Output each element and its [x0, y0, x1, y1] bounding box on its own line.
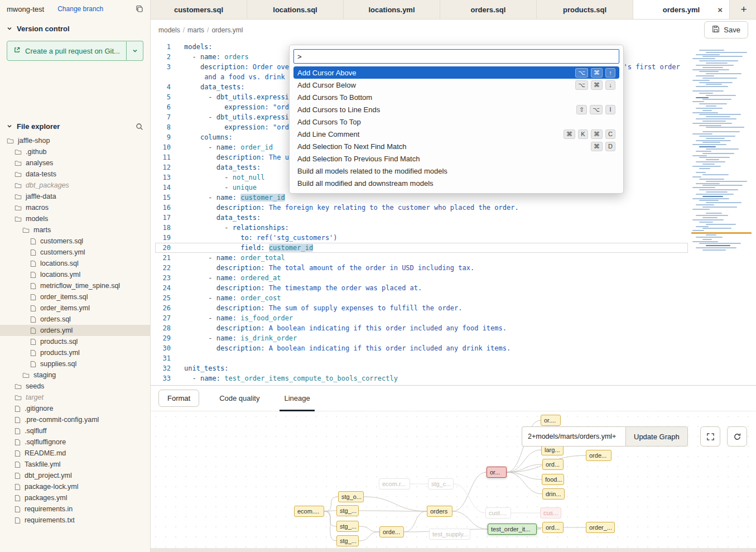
tree-item-packages-yml[interactable]: packages.yml: [0, 492, 150, 503]
palette-item-add-selection-to-next-find-match[interactable]: Add Selection To Next Find Match⌘D: [293, 140, 619, 152]
tree-item-locations-yml[interactable]: locations.yml: [0, 269, 150, 280]
lineage-canvas[interactable]: or....orde...larg...ord...food...drin...…: [151, 411, 756, 552]
tab-orders-yml[interactable]: orders.yml×: [633, 0, 730, 19]
version-control-header[interactable]: Version control: [0, 18, 150, 37]
lineage-node-orde[interactable]: orde...: [379, 526, 404, 537]
tree-item-orders-sql[interactable]: orders.sql: [0, 314, 150, 325]
tree-item-readme-md[interactable]: README.md: [0, 448, 150, 459]
tree-item-analyses[interactable]: analyses: [0, 157, 150, 169]
tree-item-locations-sql[interactable]: locations.sql: [0, 258, 150, 269]
file-explorer-header[interactable]: File explorer: [0, 116, 150, 135]
palette-item-add-cursors-to-top[interactable]: Add Cursors To Top: [293, 116, 619, 128]
tree-item-sqlfluff[interactable]: .sqlfluff: [0, 425, 150, 436]
palette-item-build-all-models-related-to-the-modified-models[interactable]: Build all models related to the modified…: [293, 165, 619, 177]
tree-item-orders-yml[interactable]: orders.yml: [0, 325, 150, 336]
lineage-node-test-supply[interactable]: test_supply...: [429, 529, 470, 540]
palette-item-label: Add Cursors To Top: [297, 118, 361, 126]
tree-item-requirements-txt[interactable]: requirements.txt: [0, 515, 150, 526]
tab-orders-sql[interactable]: orders.sql: [440, 0, 537, 19]
save-button[interactable]: Save: [704, 21, 748, 39]
palette-item-add-cursor-above[interactable]: Add Cursor Above⌥⌘↑: [293, 66, 619, 79]
tree-item-seeds[interactable]: seeds: [0, 381, 150, 392]
fullscreen-button[interactable]: [700, 426, 720, 447]
tree-item-products-sql[interactable]: products.sql: [0, 336, 150, 347]
tree-item-customers-sql[interactable]: customers.sql: [0, 236, 150, 247]
lineage-node-ord[interactable]: ord...: [542, 522, 564, 533]
tree-item-products-yml[interactable]: products.yml: [0, 347, 150, 358]
tree-item-jaffle-shop[interactable]: jaffle-shop: [0, 135, 150, 146]
lineage-node-cust[interactable]: cust....: [485, 507, 511, 519]
tree-item-dbt-project-yml[interactable]: dbt_project.yml: [0, 470, 150, 481]
tree-item-target[interactable]: target: [0, 392, 150, 403]
tree-item-supplies-sql[interactable]: supplies.sql: [0, 358, 150, 369]
create-pr-button[interactable]: Create a pull request on Git...: [7, 41, 127, 61]
change-branch-link[interactable]: Change branch: [57, 5, 103, 13]
tree-item-customers-yml[interactable]: customers.yml: [0, 247, 150, 258]
tree-item-pre-commit-config-yaml[interactable]: .pre-commit-config.yaml: [0, 414, 150, 425]
tree-item-staging[interactable]: staging: [0, 369, 150, 381]
new-tab-button[interactable]: +: [731, 0, 756, 19]
lineage-node-food[interactable]: food...: [542, 474, 564, 485]
tab-code-quality[interactable]: Code quality: [219, 386, 259, 411]
tree-item-requirements-in[interactable]: requirements.in: [0, 503, 150, 515]
command-palette-input[interactable]: [293, 49, 619, 64]
breadcrumb-item[interactable]: models: [158, 26, 180, 34]
tree-item-package-lock-yml[interactable]: package-lock.yml: [0, 481, 150, 492]
lineage-node-orders[interactable]: orders: [427, 506, 452, 517]
format-button[interactable]: Format: [158, 390, 199, 407]
palette-item-add-line-comment[interactable]: Add Line Comment⌘K⌘C: [293, 128, 619, 140]
close-icon[interactable]: ×: [718, 6, 723, 14]
lineage-node-or[interactable]: or....: [541, 415, 561, 426]
lineage-node-stg-c[interactable]: stg_c...: [428, 478, 454, 489]
tab-customers-sql[interactable]: customers.sql: [151, 0, 247, 19]
tree-item-dbt-packages[interactable]: dbt_packages: [0, 180, 150, 191]
lineage-node-stg[interactable]: stg_...: [336, 535, 359, 546]
create-pr-dropdown-button[interactable]: [127, 41, 143, 61]
tree-item-marts[interactable]: marts: [0, 224, 150, 236]
palette-item-add-cursor-below[interactable]: Add Cursor Below⌥⌘↓: [293, 79, 619, 91]
lineage-node-ecom-r[interactable]: ecom.r...: [379, 478, 410, 489]
code-token: unique: [233, 184, 257, 191]
tree-item-sqlfluffignore[interactable]: .sqlfluffignore: [0, 436, 150, 448]
palette-item-add-selection-to-previous-find-match[interactable]: Add Selection To Previous Find Match: [293, 152, 619, 165]
tree-item-order-items-sql[interactable]: order_items.sql: [0, 291, 150, 303]
palette-item-build-all-modified-and-downstream-models[interactable]: Build all modified and downstream models: [293, 177, 619, 189]
breadcrumb-item[interactable]: marts: [187, 26, 204, 34]
lineage-node-stg[interactable]: stg_...: [336, 521, 359, 532]
lineage-node-test-order-it[interactable]: test_order_it...: [488, 524, 537, 535]
lineage-node-or[interactable]: or...: [487, 467, 507, 478]
copy-icon[interactable]: [136, 5, 143, 13]
refresh-button[interactable]: [727, 426, 747, 447]
search-icon[interactable]: [136, 123, 143, 131]
tree-item-models[interactable]: models: [0, 213, 150, 224]
tree-item-order-items-yml[interactable]: order_items.yml: [0, 303, 150, 314]
lineage-selector-input[interactable]: [522, 426, 625, 447]
tree-item-macros[interactable]: macros: [0, 202, 150, 213]
update-graph-button[interactable]: Update Graph: [625, 426, 688, 447]
tree-item-taskfile-yml[interactable]: Taskfile.yml: [0, 459, 150, 470]
tab-products-sql[interactable]: products.sql: [537, 0, 633, 19]
tab-locations-sql[interactable]: locations.sql: [247, 0, 344, 19]
lineage-node-stg[interactable]: stg_...: [336, 505, 359, 516]
lineage-node-orde[interactable]: orde...: [586, 450, 611, 461]
lineage-node-stg-o[interactable]: stg_o...: [338, 491, 364, 502]
tree-item-data-tests[interactable]: data-tests: [0, 169, 150, 180]
palette-item-add-cursors-to-line-ends[interactable]: Add Cursors to Line Ends⇧⌥I: [293, 103, 619, 116]
horizontal-scrollbar[interactable]: [151, 548, 756, 552]
tree-item-gitignore[interactable]: .gitignore: [0, 403, 150, 414]
minimap[interactable]: [690, 40, 754, 385]
lineage-node-cus[interactable]: cus...: [540, 507, 561, 519]
lineage-node-ord[interactable]: ord...: [542, 459, 564, 470]
lineage-node-drin[interactable]: drin...: [542, 488, 565, 500]
lineage-node-order[interactable]: order_...: [586, 522, 615, 533]
tree-item-github[interactable]: .github: [0, 146, 150, 157]
lineage-node-ecom[interactable]: ecom....: [294, 506, 324, 517]
palette-item-label: Add Cursors to Line Ends: [297, 105, 380, 114]
breadcrumb-item[interactable]: orders.yml: [211, 26, 243, 34]
tree-item-jaffle-data[interactable]: jaffle-data: [0, 191, 150, 202]
palette-item-add-cursors-to-bottom[interactable]: Add Cursors To Bottom: [293, 91, 619, 103]
tab-locations-yml[interactable]: locations.yml: [344, 0, 440, 19]
lineage-node-label: ord...: [546, 461, 560, 468]
tab-lineage[interactable]: Lineage: [284, 386, 310, 411]
tree-item-metricflow-time-spine-sql[interactable]: metricflow_time_spine.sql: [0, 280, 150, 291]
